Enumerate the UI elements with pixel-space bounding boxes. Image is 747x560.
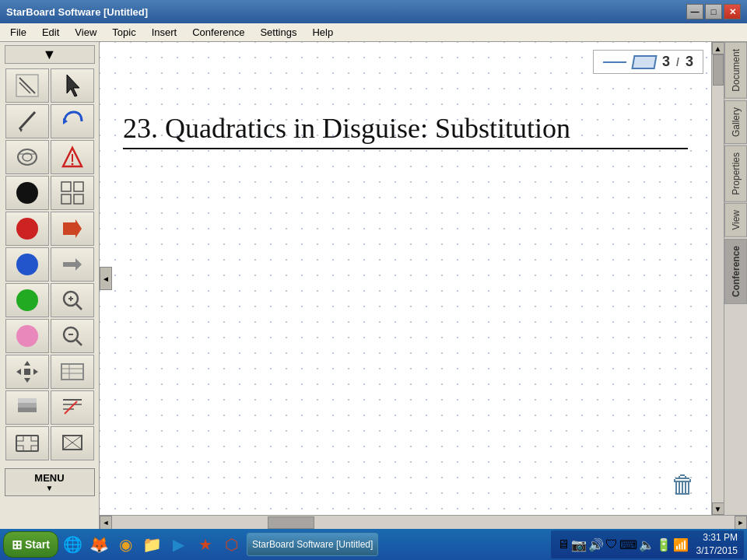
- select-tool-button[interactable]: [51, 68, 94, 103]
- taskbar-starboard-icon[interactable]: ★: [194, 533, 217, 556]
- menu-down-arrow-icon: ▼: [46, 484, 54, 492]
- black-circle-icon: [12, 178, 42, 208]
- color-red-button[interactable]: [5, 212, 49, 246]
- grid-tool-button[interactable]: [51, 176, 94, 210]
- horizontal-scrollbar[interactable]: ◄ ►: [100, 515, 747, 529]
- dropdown-arrow-icon: ▼: [43, 47, 57, 63]
- trash-icon[interactable]: 🗑: [671, 471, 696, 499]
- clock-time: 3:31 PM: [696, 531, 738, 544]
- canvas-area[interactable]: ◄ 3 / 3 23. Quadratics in Disguise: Subs…: [100, 42, 711, 515]
- svg-rect-42: [18, 403, 37, 408]
- tray-wifi-icon[interactable]: 📶: [673, 537, 689, 552]
- menu-settings[interactable]: Settings: [253, 24, 303, 40]
- edit-tool-button[interactable]: [51, 355, 94, 389]
- navigate-button[interactable]: [51, 247, 94, 282]
- color-green-button[interactable]: [5, 283, 49, 317]
- tab-gallery[interactable]: Gallery: [724, 100, 747, 144]
- svg-rect-17: [74, 194, 83, 204]
- close-button[interactable]: ✕: [724, 4, 741, 19]
- taskbar-folder-icon[interactable]: 📁: [141, 533, 164, 556]
- capture-button[interactable]: [51, 426, 94, 460]
- titlebar: StarBoard Software [Untitled] — □ ✕: [0, 0, 747, 23]
- toolbar-row-5: [5, 212, 94, 246]
- delete-icon: [60, 145, 85, 170]
- tab-properties[interactable]: Properties: [724, 145, 747, 202]
- menu-insert[interactable]: Insert: [145, 24, 184, 40]
- color-black-button[interactable]: [5, 176, 49, 210]
- svg-rect-14: [61, 182, 71, 191]
- menu-edit[interactable]: Edit: [35, 24, 66, 40]
- scroll-up-button[interactable]: ▲: [712, 42, 724, 54]
- h-scroll-left-button[interactable]: ◄: [100, 516, 112, 529]
- start-label: Start: [25, 538, 50, 551]
- maximize-button[interactable]: □: [705, 4, 722, 19]
- svg-rect-37: [61, 364, 83, 380]
- delete-button[interactable]: [51, 140, 94, 174]
- app-window: StarBoard Software [Untitled] — □ ✕ File…: [0, 0, 747, 560]
- zoom-out-button[interactable]: [51, 319, 94, 353]
- tray-sound-icon[interactable]: 🔊: [588, 537, 604, 552]
- tray-battery-icon[interactable]: 🔋: [656, 537, 672, 552]
- svg-rect-21: [63, 262, 77, 267]
- menu-button[interactable]: MENU ▼: [5, 468, 95, 496]
- h-scroll-right-button[interactable]: ►: [735, 516, 747, 529]
- taskbar-active-window[interactable]: StarBoard Software [Untitled]: [247, 533, 378, 556]
- tray-video-icon[interactable]: 📷: [571, 537, 587, 552]
- vertical-scrollbar[interactable]: ▲ ▼: [711, 42, 724, 515]
- taskbar-media-icon[interactable]: ▶: [167, 533, 191, 556]
- layers-button[interactable]: [5, 390, 49, 425]
- page-separator: /: [676, 56, 679, 68]
- tab-document[interactable]: Document: [724, 42, 747, 99]
- zoom-in-button[interactable]: [51, 283, 94, 317]
- svg-point-23: [16, 289, 38, 311]
- forward-button[interactable]: [51, 212, 94, 246]
- toolbar-row-7: [5, 283, 94, 317]
- page-prev-button[interactable]: ◄: [100, 267, 112, 290]
- menu-conference[interactable]: Conference: [185, 24, 251, 40]
- color-pink-button[interactable]: [5, 319, 49, 353]
- tray-network-icon[interactable]: 🖥: [557, 537, 570, 551]
- screenshot-button[interactable]: [5, 426, 49, 460]
- move-tool-button[interactable]: [5, 355, 49, 389]
- taskbar-firefox-icon[interactable]: 🦊: [88, 533, 111, 556]
- toolbar-dropdown[interactable]: ▼: [5, 45, 95, 64]
- undo-button[interactable]: [51, 104, 94, 138]
- pen-tool-button[interactable]: [5, 68, 49, 103]
- eraser-tool-button[interactable]: [5, 140, 49, 174]
- svg-marker-5: [19, 129, 23, 132]
- menubar: File Edit View Topic Insert Conference S…: [0, 23, 747, 42]
- red-circle-icon: [12, 214, 42, 243]
- menu-topic[interactable]: Topic: [105, 24, 142, 40]
- svg-rect-48: [16, 436, 38, 451]
- taskbar: ⊞ Start 🌐 🦊 ◉ 📁 ▶ ★ ⬡ StarBoard Software…: [0, 529, 747, 560]
- color-blue-button[interactable]: [5, 247, 49, 282]
- canvas-title-text: 23. Quadratics in Disguise: Substitution: [123, 112, 688, 145]
- app-title: StarBoard Software [Untitled]: [6, 6, 148, 18]
- scroll-down-button[interactable]: ▼: [712, 502, 724, 515]
- svg-marker-19: [63, 219, 82, 238]
- undo-icon: [60, 109, 85, 134]
- trash-area[interactable]: 🗑: [671, 471, 696, 499]
- scroll-thumb[interactable]: [713, 54, 724, 86]
- tab-conference[interactable]: Conference: [724, 239, 747, 304]
- menu-file[interactable]: File: [3, 24, 33, 40]
- annotate-button[interactable]: [51, 390, 94, 425]
- taskbar-ie-icon[interactable]: 🌐: [61, 533, 85, 556]
- menu-view[interactable]: View: [68, 24, 103, 40]
- menu-help[interactable]: Help: [305, 24, 340, 40]
- tray-speaker-icon[interactable]: 🔈: [639, 537, 654, 552]
- pen-icon: [13, 72, 41, 100]
- left-arrow-icon[interactable]: ◄: [100, 267, 112, 290]
- pencil-tool-button[interactable]: [5, 104, 49, 138]
- taskbar-chrome-icon[interactable]: ◉: [114, 533, 138, 556]
- svg-marker-35: [33, 369, 38, 375]
- tray-security-icon[interactable]: 🛡: [605, 537, 618, 551]
- tab-view[interactable]: View: [724, 203, 747, 237]
- h-scroll-thumb[interactable]: [268, 516, 314, 529]
- toolbar-row-1: [5, 68, 94, 103]
- zoom-out-icon: [60, 324, 85, 348]
- tray-keyboard-icon[interactable]: ⌨: [619, 537, 637, 552]
- start-button[interactable]: ⊞ Start: [3, 531, 58, 558]
- taskbar-app2-icon[interactable]: ⬡: [220, 533, 244, 556]
- minimize-button[interactable]: —: [686, 4, 703, 19]
